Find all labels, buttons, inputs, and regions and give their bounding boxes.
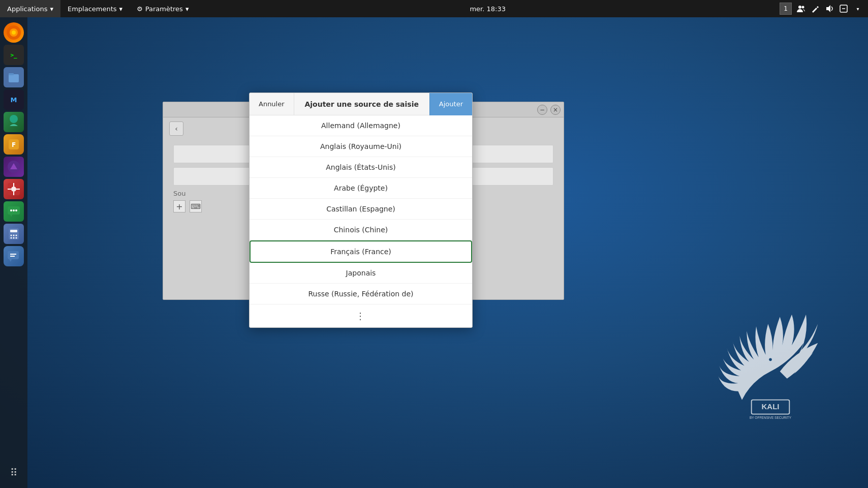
users-icon[interactable] [796, 4, 806, 14]
language-item-chinois[interactable]: Chinois (Chine) [250, 220, 472, 240]
svg-point-7 [12, 30, 16, 35]
sidebar-item-files[interactable] [4, 67, 24, 87]
sidebar-item-custom2[interactable] [4, 157, 24, 177]
svg-point-27 [11, 235, 12, 236]
sidebar: >_ M F [0, 17, 27, 488]
svg-point-32 [16, 237, 17, 239]
applications-label: Applications [7, 5, 47, 13]
add-source-button[interactable]: + [173, 200, 185, 212]
dropdown-arrow-icon[interactable]: ▾ [853, 4, 863, 14]
parametres-arrow: ▾ [185, 5, 189, 13]
taskbar-clock: mer. 18:33 [196, 5, 780, 13]
emplacements-arrow: ▾ [119, 5, 123, 13]
sidebar-item-terminal[interactable]: >_ [4, 45, 24, 65]
desktop: Applications ▾ Emplacements ▾ ⚙ Paramètr… [0, 0, 868, 488]
language-list: Allemand (Allemagne)Anglais (Royaume-Uni… [250, 115, 472, 304]
power-icon[interactable] [839, 4, 849, 14]
svg-marker-21 [10, 215, 12, 217]
workspace-indicator[interactable]: 1 [780, 3, 792, 15]
svg-rect-33 [8, 251, 19, 259]
svg-text:KALI: KALI [762, 402, 780, 411]
sidebar-item-burp[interactable]: F [4, 134, 24, 155]
sidebar-item-metasploit[interactable]: M [4, 89, 24, 110]
volume-icon[interactable] [824, 4, 834, 14]
language-item-allemand[interactable]: Allemand (Allemagne) [250, 115, 472, 136]
keyboard-icon: ⌨ [190, 200, 202, 212]
taskbar-left: Applications ▾ Emplacements ▾ ⚙ Paramètr… [0, 0, 196, 17]
svg-rect-9 [9, 73, 14, 75]
svg-point-29 [16, 235, 17, 236]
applications-menu[interactable]: Applications ▾ [0, 0, 60, 17]
svg-point-24 [15, 209, 17, 211]
dialog-header: Annuler Ajouter une source de saisie Ajo… [250, 93, 472, 115]
svg-point-23 [13, 209, 15, 211]
close-button[interactable]: × [550, 105, 561, 115]
language-item-francais[interactable]: Français (France) [250, 240, 472, 263]
kali-logo: KALI BY OFFENSIVE SECURITY [685, 305, 827, 447]
language-item-russe[interactable]: Russe (Russie, Fédération de) [250, 284, 472, 304]
svg-point-38 [769, 358, 772, 361]
svg-point-10 [10, 115, 18, 123]
applications-arrow: ▾ [50, 5, 53, 13]
svg-text:F: F [12, 141, 16, 148]
more-items-indicator[interactable]: ⋮ [250, 304, 472, 327]
sidebar-item-chat[interactable] [4, 201, 24, 222]
taskbar: Applications ▾ Emplacements ▾ ⚙ Paramètr… [0, 0, 868, 17]
emplacements-label: Emplacements [68, 5, 117, 13]
svg-point-30 [11, 237, 12, 239]
sidebar-item-grid[interactable]: ⠿ [4, 463, 24, 483]
svg-marker-2 [826, 5, 830, 12]
svg-point-0 [798, 6, 801, 9]
sidebar-item-calc[interactable] [4, 224, 24, 244]
sidebar-item-firefox[interactable] [4, 22, 24, 43]
add-button[interactable]: Ajouter [429, 93, 472, 115]
minimize-button[interactable]: − [537, 105, 547, 115]
pen-icon[interactable] [810, 4, 820, 14]
svg-point-31 [13, 237, 15, 239]
emplacements-menu[interactable]: Emplacements ▾ [60, 0, 130, 17]
cancel-button[interactable]: Annuler [250, 93, 294, 115]
dialog-title: Ajouter une source de saisie [294, 100, 429, 108]
language-item-arabe[interactable]: Arabe (Égypte) [250, 178, 472, 199]
parametres-menu[interactable]: ⚙ Paramètres ▾ [130, 0, 196, 17]
svg-point-15 [11, 187, 16, 192]
sidebar-item-chat2[interactable] [4, 246, 24, 266]
svg-marker-34 [9, 259, 12, 262]
svg-point-1 [802, 6, 804, 9]
svg-rect-8 [9, 74, 19, 82]
taskbar-right: 1 [780, 3, 868, 15]
language-item-anglais-uk[interactable]: Anglais (Royaume-Uni) [250, 136, 472, 157]
sidebar-item-freemind[interactable] [4, 179, 24, 199]
svg-point-28 [13, 235, 15, 236]
parametres-label: Paramètres [145, 5, 183, 13]
svg-point-22 [10, 209, 12, 211]
svg-rect-26 [10, 230, 17, 232]
language-item-japonais[interactable]: Japonais [250, 263, 472, 284]
language-item-castillan[interactable]: Castillan (Espagne) [250, 199, 472, 220]
parametres-gear-icon: ⚙ [137, 5, 143, 13]
back-button[interactable]: ‹ [169, 121, 183, 136]
svg-text:BY OFFENSIVE SECURITY: BY OFFENSIVE SECURITY [750, 416, 792, 419]
language-item-anglais-us[interactable]: Anglais (États-Unis) [250, 157, 472, 178]
sidebar-item-custom1[interactable] [4, 112, 24, 132]
add-input-source-dialog: Annuler Ajouter une source de saisie Ajo… [249, 93, 473, 328]
